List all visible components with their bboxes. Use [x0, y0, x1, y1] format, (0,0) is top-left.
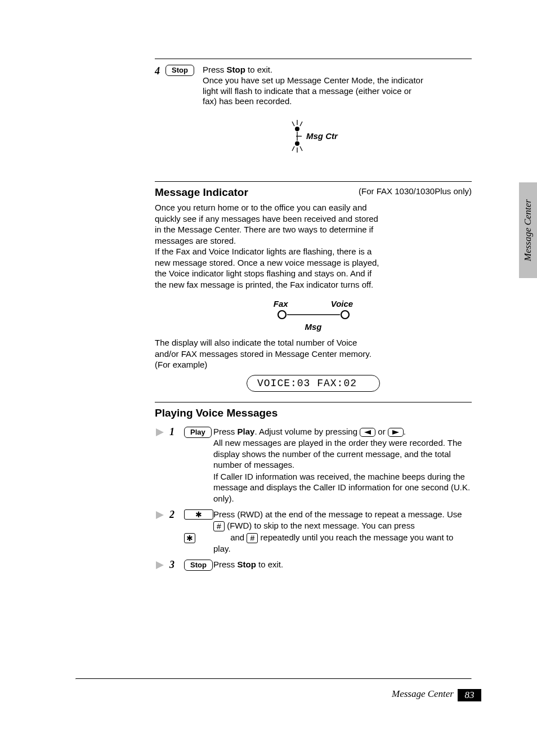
rule-top: [155, 59, 472, 59]
lcd-display: VOICE:03 FAX:02: [155, 375, 472, 392]
svg-point-6: [295, 141, 299, 146]
stop-key-2: Stop: [184, 560, 213, 571]
ind2-voice-label: Voice: [331, 299, 353, 308]
step-arrow-icon: [155, 560, 169, 570]
vol-down-icon: [360, 428, 375, 437]
b2-ex-2: (For example): [155, 359, 472, 370]
step4-stop-bold: Stop: [227, 65, 245, 74]
footer-chapter: Message Center: [392, 688, 454, 700]
svg-marker-16: [156, 511, 164, 519]
b2-heading: Message Indicator: [155, 186, 248, 199]
s3-after: to exit.: [256, 560, 283, 569]
svg-marker-17: [156, 561, 164, 569]
step2-number: 2: [169, 509, 184, 521]
b2-body-1: quickly see if any messages have been re…: [155, 213, 472, 225]
msg-ctr-indicator: Msg Ctr: [155, 117, 472, 169]
side-tab: Message Center: [519, 182, 537, 278]
b2-body-0: Once you return home or to the office yo…: [155, 202, 472, 213]
s1-play-bold: Play: [238, 427, 255, 436]
step4-line4: fax) has been recorded.: [203, 96, 472, 107]
page-number-text: 83: [465, 690, 475, 701]
svg-marker-13: [156, 428, 164, 436]
block-step4: 4 Stop Press Stop to exit. Once you have…: [155, 59, 472, 169]
step4-line1-suffix: to exit.: [245, 65, 272, 74]
step4-line3: light will flash to indicate that a mess…: [203, 86, 472, 97]
step4-line1-prefix: Press: [203, 65, 227, 74]
step1-number: 1: [169, 426, 184, 438]
b2-body-4: If the Fax and Voice Indicator lights ar…: [155, 246, 472, 257]
b2-ex-0: The display will also indicate the total…: [155, 337, 472, 348]
s1-tail: .: [404, 427, 406, 436]
star-key-2: ✱: [184, 533, 195, 543]
step-arrow-icon: [155, 510, 169, 520]
content-area: 4 Stop Press Stop to exit. Once you have…: [155, 0, 472, 575]
play-key: Play: [184, 427, 212, 438]
b2-model: (For FAX 1030/1030Plus only): [359, 186, 472, 199]
svg-line-7: [292, 146, 294, 151]
step-2: 2 ✱ ✱ Press ✱ (RWD) at the end of the me…: [155, 509, 472, 554]
block-message-indicator: Message Indicator (For FAX 1030/1030Plus…: [155, 181, 472, 392]
block-playing-voice: Playing Voice Messages 1 Play Press Play…: [155, 402, 472, 571]
s1-p1-after: . Adjust volume by pressing: [254, 427, 357, 436]
page-number: 83: [458, 689, 481, 701]
footer-rule: [75, 678, 472, 679]
hash-key-inline-3: #: [247, 533, 258, 543]
rule-3: [155, 402, 472, 402]
step3-number: 3: [169, 559, 184, 571]
fax-voice-indicator: Fax Voice Msg: [155, 299, 472, 332]
ind2-msg-label: Msg: [155, 322, 472, 332]
b2-body-5: new message stored. Once a new voice mes…: [155, 257, 472, 269]
svg-point-12: [341, 311, 349, 319]
svg-point-10: [278, 311, 286, 319]
msg-ctr-label: Msg Ctr: [306, 131, 338, 141]
b2-ex-1: and/or FAX messages stored in Message Ce…: [155, 348, 472, 360]
vol-up-icon: [388, 428, 404, 437]
svg-point-3: [295, 127, 299, 131]
b2-body-7: the new fax message is printed, the Fax …: [155, 279, 472, 290]
stop-key: Stop: [165, 65, 194, 76]
ind2-fax-label: Fax: [274, 299, 288, 308]
s2-mid: (RWD) at the end of the message to repea…: [238, 509, 462, 519]
b2-body-2: in the Message Center. There are two way…: [155, 224, 472, 235]
hash-key-inline: #: [213, 521, 225, 531]
svg-marker-14: [364, 430, 371, 435]
svg-line-9: [300, 146, 302, 151]
b2-body-3: messages are stored.: [155, 235, 472, 247]
svg-line-2: [300, 122, 302, 126]
s1-p1-before: Press: [213, 427, 238, 436]
b3-heading: Playing Voice Messages: [155, 407, 472, 419]
step-arrow-icon: [155, 427, 169, 437]
b2-body-6: the Voice indicator light stops flashing…: [155, 268, 472, 279]
side-tab-label: Message Center: [522, 199, 534, 261]
step4-number: 4: [155, 65, 160, 78]
s2-before: Press: [213, 509, 238, 519]
step-3: 3 Stop Press Stop to exit.: [155, 559, 472, 571]
s2-after: (FWD) to skip to the next message. You c…: [227, 521, 415, 530]
s1-or: or: [378, 427, 388, 436]
step-1: 1 Play Press Play. Adjust volume by pres…: [155, 426, 472, 505]
s3-before: Press: [213, 560, 238, 569]
s1-p2: All new messages are played in the order…: [213, 437, 472, 471]
svg-line-0: [292, 122, 294, 126]
lcd-text: VOICE:03 FAX:02: [247, 375, 380, 392]
svg-marker-15: [392, 430, 399, 435]
s3-stop-bold: Stop: [238, 560, 256, 569]
star-key: ✱: [184, 509, 213, 520]
step4-line2: Once you have set up Message Center Mode…: [203, 75, 472, 86]
s1-p3: If Caller ID information was received, t…: [213, 471, 472, 504]
s2-and: and: [230, 533, 247, 542]
